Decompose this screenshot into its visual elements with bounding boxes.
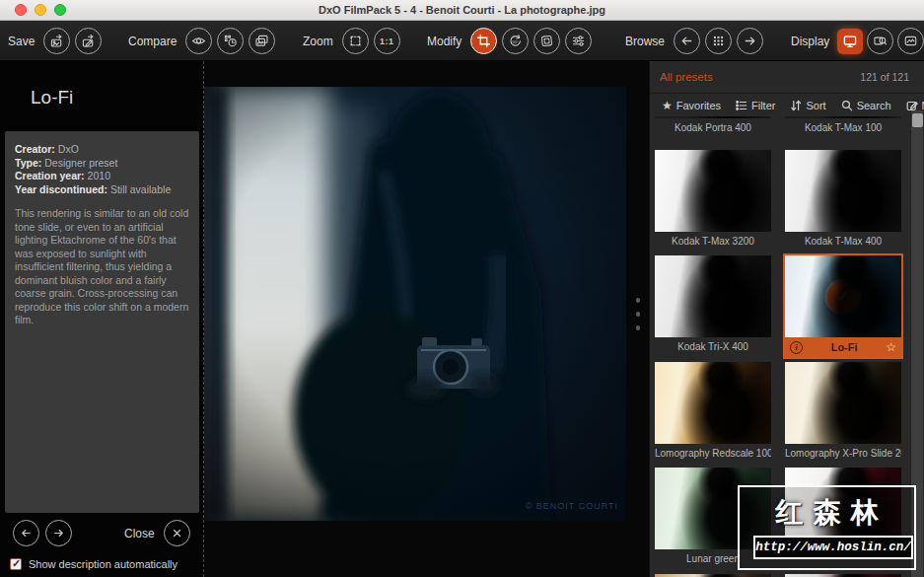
histogram-button[interactable] xyxy=(897,28,924,54)
filter-list-icon xyxy=(736,100,747,111)
thumbnail-grid-button[interactable] xyxy=(705,28,732,54)
scrollbar-thumb[interactable] xyxy=(912,113,923,127)
export-image-button[interactable] xyxy=(43,28,70,54)
preset-label: Lo-Fi xyxy=(831,337,858,357)
selected-preset-caption: i Lo-Fi ☆ xyxy=(785,337,901,357)
preset-cell-kodak-tmax-3200[interactable]: Kodak T-Max 3200 xyxy=(655,150,771,252)
frame-button[interactable] xyxy=(533,28,560,54)
minimize-window-button[interactable] xyxy=(35,4,46,16)
save-group: Save xyxy=(8,21,102,61)
crop-button-active[interactable] xyxy=(470,28,497,54)
preset-nav-row: Close xyxy=(0,519,204,548)
info-icon[interactable]: i xyxy=(790,341,803,354)
save-edit-icon xyxy=(80,33,97,49)
new-preset-button[interactable]: New xyxy=(906,100,924,111)
close-window-button[interactable] xyxy=(15,4,27,16)
show-description-checkbox[interactable] xyxy=(10,558,22,570)
preset-thumbnail xyxy=(785,150,901,232)
check-icon: ✓ xyxy=(836,285,850,306)
search-label: Search xyxy=(857,100,891,111)
eye-icon xyxy=(190,33,207,49)
preset-label: Lomography Redscale 100 xyxy=(655,444,771,464)
previous-preset-button[interactable] xyxy=(13,520,39,546)
preset-name-title: Lo-Fi xyxy=(31,87,73,108)
display-label: Display xyxy=(791,35,829,48)
meta-type-label: Type: xyxy=(15,157,41,169)
zoom-fit-button[interactable] xyxy=(342,28,369,54)
search-button[interactable]: Search xyxy=(841,100,891,111)
preset-thumbnail xyxy=(655,116,771,118)
photo-credit: © BENOIT COURTI xyxy=(526,501,618,511)
compare-preview-button[interactable] xyxy=(185,28,212,54)
display-group: Display xyxy=(791,21,924,61)
zoom-ratio-label: 1:1 xyxy=(380,36,394,46)
preset-cell-kodak-tmax-400[interactable]: Kodak T-Max 400 xyxy=(785,150,901,252)
favorites-button[interactable]: ★ Favorites xyxy=(662,99,721,112)
modify-group: Modify 90° xyxy=(427,21,592,61)
preset-cell-lofi-selected[interactable]: ✓ i Lo-Fi ☆ xyxy=(783,253,903,359)
window-title: DxO FilmPack 5 - 4 - Benoit Courti - La … xyxy=(319,4,605,16)
grid-clock-icon xyxy=(222,33,239,49)
zoom-window-button[interactable] xyxy=(54,4,66,16)
preset-cell-kodak-portra-400[interactable]: Kodak Portra 400 xyxy=(655,116,771,138)
frame-icon xyxy=(538,33,555,49)
preset-description-box: Creator:DxO Type:Designer preset Creatio… xyxy=(5,131,199,513)
close-panel-button[interactable] xyxy=(164,520,190,546)
export-image-icon xyxy=(48,33,65,49)
arrow-right-icon xyxy=(742,33,758,49)
preset-label: Lomography X-Pro Slide 200 xyxy=(785,444,901,464)
preset-thumbnail xyxy=(655,362,771,444)
next-image-button[interactable] xyxy=(737,28,763,54)
preset-cell-lomography-redscale-100[interactable]: Lomography Redscale 100 xyxy=(655,362,771,464)
traffic-lights xyxy=(15,4,66,16)
meta-creation-year-label: Creation year: xyxy=(15,170,85,181)
meta-discontinued-label: Year discontinued: xyxy=(15,183,107,195)
meta-type-value: Designer preset xyxy=(44,157,117,169)
display-screen-button-active[interactable] xyxy=(837,29,863,54)
preset-description-text: This rendering is similar to an old cold… xyxy=(15,207,189,327)
main-toolbar: Save Compare xyxy=(0,21,924,61)
preset-thumbnail xyxy=(655,255,771,337)
sort-button[interactable]: Sort xyxy=(790,100,825,111)
preset-label: Kodak T-Max 400 xyxy=(785,232,901,252)
preset-thumbnail xyxy=(655,150,771,232)
meta-creation-year-value: 2010 xyxy=(88,170,110,181)
filter-button[interactable]: Filter xyxy=(736,100,775,111)
preset-label: Kodak Portra 400 xyxy=(655,118,771,138)
preset-cell-kodak-trix-400[interactable]: Kodak Tri-X 400 xyxy=(655,255,771,357)
monitor-icon xyxy=(841,33,859,50)
browser-actions-bar: ★ Favorites Filter Sort Search xyxy=(650,94,924,116)
save-label: Save xyxy=(8,35,35,48)
browse-label: Browse xyxy=(625,35,665,48)
zoom-ratio-button[interactable]: 1:1 xyxy=(374,28,400,54)
browse-group: Browse xyxy=(625,21,763,61)
adjustments-button[interactable] xyxy=(565,28,592,54)
preset-label: Kodak Tri-X 400 xyxy=(655,337,771,357)
preset-label: Kodak T-Max 3200 xyxy=(655,232,771,252)
panel-splitter-handle[interactable] xyxy=(634,298,642,393)
preset-cell-kodak-tmax-100[interactable]: Kodak T-Max 100 xyxy=(785,116,901,138)
compare-images-button[interactable] xyxy=(249,28,275,54)
save-as-button[interactable] xyxy=(75,28,102,54)
close-panel-label: Close xyxy=(124,527,155,541)
meta-discontinued-value: Still available xyxy=(110,183,171,195)
main-photo: © BENOIT COURTI xyxy=(204,87,626,521)
rotate-button[interactable]: 90° xyxy=(502,28,529,54)
watermark-url: http://www.hoslin.cn/ xyxy=(755,541,911,554)
compare-history-button[interactable] xyxy=(217,28,244,54)
previous-image-button[interactable] xyxy=(674,28,700,54)
zoom-label: Zoom xyxy=(303,35,333,48)
watermark-text: 红森林 xyxy=(740,494,914,532)
sort-label: Sort xyxy=(806,100,825,111)
presets-filter-title[interactable]: All presets xyxy=(660,71,713,83)
meta-creation-year: Creation year:2010 xyxy=(15,170,189,183)
preset-cell-lomography-xpro-slide-200[interactable]: Lomography X-Pro Slide 200 xyxy=(785,362,901,464)
loupe-button[interactable] xyxy=(867,28,893,54)
photo-rendering: © BENOIT COURTI xyxy=(204,87,626,521)
image-magnifier-icon xyxy=(872,33,888,49)
meta-creator-label: Creator: xyxy=(15,143,55,155)
meta-discontinued: Year discontinued:Still available xyxy=(15,183,189,197)
preset-label: Kodak T-Max 100 xyxy=(785,118,901,138)
favorite-star-icon[interactable]: ☆ xyxy=(886,337,896,357)
next-preset-button[interactable] xyxy=(45,520,72,546)
